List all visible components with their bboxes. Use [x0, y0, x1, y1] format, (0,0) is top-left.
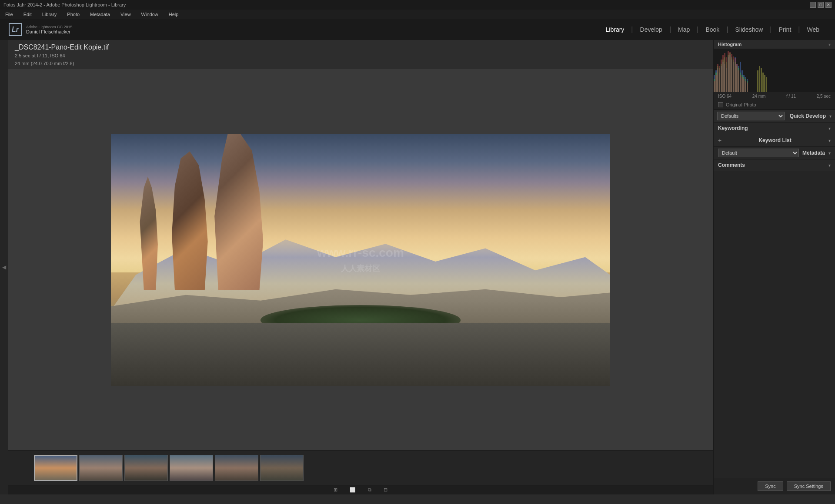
sync-settings-button[interactable]: Sync Settings [787, 481, 831, 491]
keyword-list-header: + Keyword List ▾ [714, 134, 835, 146]
comments-arrow: ▾ [828, 163, 831, 168]
svg-rect-64 [764, 75, 765, 92]
svg-rect-44 [721, 60, 722, 92]
photo-viewport[interactable]: www.rr-sc.com 人人素材区 [8, 69, 713, 450]
title-text: Fotos Jahr 2014-2 - Adobe Photoshop Ligh… [3, 2, 126, 7]
toolbar-grid[interactable]: ⊞ [331, 486, 340, 494]
svg-rect-60 [757, 70, 758, 92]
filmstrip-thumb[interactable] [260, 455, 304, 481]
top-nav: Lr Adobe Lightroom CC 2015 Daniel Fleisc… [0, 19, 835, 40]
photo-meta-1: 2,5 sec at f / 11, ISO 64 [15, 52, 706, 60]
nav-print[interactable]: Print [772, 24, 798, 35]
svg-rect-49 [729, 52, 731, 92]
svg-rect-50 [731, 54, 732, 92]
hist-shutter: 2,5 sec [817, 94, 831, 99]
svg-rect-59 [747, 83, 748, 92]
svg-rect-63 [762, 73, 764, 92]
filmstrip-thumb[interactable] [124, 455, 168, 481]
menu-file[interactable]: File [3, 11, 15, 18]
nav-book[interactable]: Book [698, 24, 726, 35]
svg-rect-45 [722, 55, 724, 92]
filmstrip-thumb[interactable] [34, 455, 77, 481]
photo-meta-2: 24 mm (24.0-70.0 mm f/2.8) [15, 60, 706, 68]
menu-library[interactable]: Library [40, 11, 59, 18]
svg-rect-57 [743, 79, 745, 92]
filmstrip-thumb[interactable] [170, 455, 213, 481]
keyword-list-section: + Keyword List ▾ [714, 134, 835, 147]
svg-rect-41 [715, 75, 717, 92]
toolbar-survey[interactable]: ⊟ [381, 486, 390, 494]
right-panel: Histogram ▾ [713, 40, 835, 494]
svg-rect-40 [714, 81, 715, 92]
menu-window[interactable]: Window [140, 11, 160, 18]
svg-rect-53 [736, 64, 738, 92]
center-content: _DSC8241-Pano-Edit Kopie.tif 2,5 sec at … [8, 40, 713, 494]
menu-photo[interactable]: Photo [65, 11, 81, 18]
left-panel[interactable]: ◀ [0, 40, 8, 494]
close-button[interactable]: ✕ [825, 2, 832, 8]
title-bar: Fotos Jahr 2014-2 - Adobe Photoshop Ligh… [0, 0, 835, 10]
toolbar-compare[interactable]: ⧉ [365, 486, 374, 494]
comments-header[interactable]: Comments ▾ [714, 159, 835, 171]
menu-edit[interactable]: Edit [22, 11, 33, 18]
svg-rect-51 [733, 56, 734, 92]
keyword-list-arrow: ▾ [828, 138, 831, 143]
nav-web[interactable]: Web [800, 24, 826, 35]
svg-rect-62 [761, 68, 762, 92]
quick-develop-label: Quick Develop [790, 113, 826, 119]
svg-rect-61 [759, 66, 760, 92]
photo-info: _DSC8241-Pano-Edit Kopie.tif 2,5 sec at … [8, 40, 713, 69]
svg-rect-54 [738, 70, 739, 92]
hist-aperture: f / 11 [786, 94, 796, 99]
filmstrip [8, 450, 713, 485]
toolbar-loupe[interactable]: ⬜ [347, 486, 358, 494]
metadata-preset-select[interactable]: Default [718, 149, 799, 157]
defaults-select[interactable]: Defaults [717, 112, 785, 120]
photo-title: _DSC8241-Pano-Edit Kopie.tif [15, 43, 706, 51]
svg-rect-47 [726, 57, 727, 92]
sync-button[interactable]: Sync [758, 481, 783, 491]
svg-rect-55 [740, 75, 741, 92]
metadata-row: Default Metadata ▾ [714, 147, 835, 159]
svg-rect-56 [741, 77, 743, 92]
menu-view[interactable]: View [119, 11, 133, 18]
histogram-header[interactable]: Histogram ▾ [714, 40, 835, 49]
left-panel-arrow: ◀ [2, 264, 6, 270]
keywording-section: Keywording ▾ [714, 123, 835, 134]
histogram-canvas [714, 49, 835, 92]
hist-focal: 24 mm [752, 94, 766, 99]
bottom-toolbar: ⊞ ⬜ ⧉ ⊟ [8, 485, 713, 494]
histogram-svg [714, 49, 835, 92]
original-photo-label: Original Photo [726, 102, 756, 107]
menu-metadata[interactable]: Metadata [88, 11, 112, 18]
comments-section: Comments ▾ [714, 159, 835, 171]
keywording-arrow: ▾ [828, 126, 831, 131]
nav-library[interactable]: Library [599, 24, 631, 35]
nav-links: Library | Develop | Map | Book | Slidesh… [599, 24, 826, 35]
filmstrip-thumb[interactable] [215, 455, 258, 481]
filmstrip-thumb[interactable] [79, 455, 123, 481]
add-keyword-button[interactable]: + [718, 137, 721, 144]
nav-develop[interactable]: Develop [633, 24, 669, 35]
nav-map[interactable]: Map [671, 24, 697, 35]
original-photo-checkbox[interactable] [718, 102, 723, 107]
svg-rect-65 [766, 77, 767, 92]
sync-row: Sync Sync Settings [714, 478, 835, 494]
svg-rect-43 [719, 66, 720, 92]
lr-logo-box: Lr [9, 23, 22, 36]
svg-rect-52 [735, 58, 736, 92]
original-photo-row: Original Photo [714, 100, 835, 109]
nav-slideshow[interactable]: Slideshow [728, 24, 770, 35]
logo-text: Adobe Lightroom CC 2015 Daniel Fleischha… [26, 25, 73, 34]
defaults-qd-row: Defaults Quick Develop ▾ [714, 110, 835, 123]
photo-frame: www.rr-sc.com 人人素材区 [111, 134, 610, 386]
menu-help[interactable]: Help [167, 11, 180, 18]
maximize-button[interactable]: □ [818, 2, 824, 8]
keywording-header[interactable]: Keywording ▾ [714, 123, 835, 134]
main-layout: ◀ _DSC8241-Pano-Edit Kopie.tif 2,5 sec a… [0, 40, 835, 494]
window-controls[interactable]: ─ □ ✕ [810, 2, 832, 8]
terrain-front [111, 323, 610, 386]
minimize-button[interactable]: ─ [810, 2, 816, 8]
histogram-section: Histogram ▾ [714, 40, 835, 110]
svg-rect-46 [724, 53, 725, 92]
